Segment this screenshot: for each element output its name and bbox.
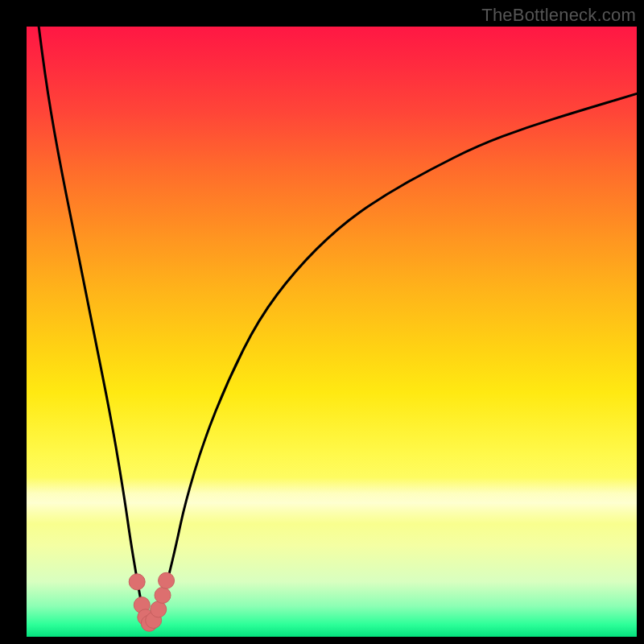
trough-marker (129, 574, 145, 590)
chart-overlay (27, 27, 637, 637)
watermark-label: TheBottleneck.com (481, 5, 636, 26)
trough-marker (151, 601, 167, 617)
trough-marker (155, 587, 171, 603)
bottleneck-curve (39, 27, 637, 623)
trough-marker (159, 572, 175, 588)
trough-marker-group (129, 572, 174, 631)
